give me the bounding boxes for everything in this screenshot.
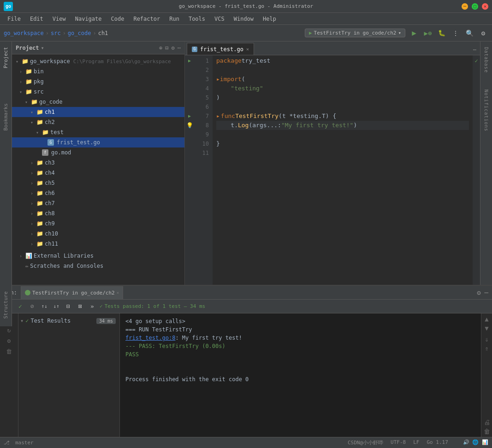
tree-ch11[interactable]: › 📁 ch11 [12, 239, 184, 249]
run-play-button[interactable]: ▶ [409, 28, 419, 38]
line-num-11: 11 [198, 148, 209, 158]
window-title: go_workspace - frist_test.go - Administr… [179, 3, 313, 9]
notifications-tab-vertical[interactable]: Notifications [482, 86, 491, 135]
tree-ch10[interactable]: › 📁 ch10 [12, 229, 184, 239]
tree-ch3[interactable]: › 📁 ch3 [12, 158, 184, 168]
run-expand-btn[interactable]: ⊟ [64, 302, 73, 311]
tree-ch8[interactable]: › 📁 ch8 [12, 208, 184, 218]
menu-navigate[interactable]: Navigate [71, 15, 106, 23]
search-everywhere-button[interactable]: 🔍 [464, 28, 474, 38]
project-scope-icon[interactable]: ⊕ [159, 45, 162, 51]
menu-view[interactable]: View [49, 15, 70, 23]
tree-go-mod[interactable]: f go.mod [12, 147, 184, 158]
run-sort-asc-btn[interactable]: ↑↓ [40, 302, 49, 311]
delete-icon[interactable]: 🗑 [484, 428, 490, 435]
tree-ch1[interactable]: ▾ 📁 ch1 [12, 107, 184, 117]
scroll-down-icon[interactable]: ▼ [485, 324, 488, 332]
run-sort-desc-btn[interactable]: ↓↑ [52, 302, 61, 311]
log-string: "My first try test!" [281, 121, 354, 130]
panel-close-icon[interactable]: ─ [485, 289, 488, 296]
file-link[interactable]: frist_test.go:8 [125, 335, 175, 341]
settings-button[interactable]: ⚙ [478, 28, 488, 38]
menu-vcs[interactable]: VCS [211, 15, 228, 23]
left-sidebar-tabs: Project Bookmarks Structure [0, 41, 12, 326]
external-libraries-label: External Libraries [34, 253, 94, 259]
menu-file[interactable]: File [4, 15, 24, 23]
project-more-icon[interactable]: ⋯ [178, 45, 181, 51]
tree-ch9[interactable]: › 📁 ch9 [12, 218, 184, 229]
breadcrumb-workspace[interactable]: go_workspace [4, 30, 44, 36]
bookmarks-tab-vertical[interactable]: Bookmarks [1, 100, 11, 135]
tab-close-icon[interactable]: ✕ [246, 47, 249, 52]
menu-code[interactable]: Code [107, 15, 128, 23]
menu-refactor[interactable]: Refactor [130, 15, 164, 23]
project-collapse-all-icon[interactable]: ⊟ [165, 45, 168, 51]
test-sidebar-btn4[interactable]: 🗑 [6, 348, 12, 355]
run-collapse-btn[interactable]: ⊠ [76, 302, 85, 311]
editor-more-button[interactable]: ⋯ [471, 45, 478, 55]
menu-run[interactable]: Run [166, 15, 183, 23]
scroll-end-icon[interactable]: ⇓ [485, 336, 488, 343]
close-button[interactable]: ✕ [482, 3, 488, 10]
log-open: ( [249, 121, 252, 130]
panel-settings-icon[interactable]: ⚙ [477, 289, 480, 296]
tree-test[interactable]: ▾ 📁 test [12, 127, 184, 137]
test-result-root[interactable]: ▾ ✓ Test Results 34 ms [18, 315, 119, 326]
run-tab[interactable]: TestFirstTry in go_code/ch2 ✕ [21, 286, 123, 299]
test-sidebar-btn3[interactable]: ⚙ [7, 337, 11, 344]
folder-icon: 📁 [25, 68, 32, 75]
tree-scratches-consoles[interactable]: ✏ Scratches and Consoles [12, 261, 184, 271]
tree-go-code[interactable]: ▾ 📁 go_code [12, 97, 184, 107]
code-content[interactable]: package try_test ▸ import ( "testing" ) [213, 55, 473, 316]
line-num-1: 1 [198, 56, 209, 65]
tree-external-libraries[interactable]: › 📊 External Libraries [12, 251, 184, 261]
tree-ch7[interactable]: › 📁 ch7 [12, 198, 184, 208]
run-config-selector[interactable]: ▶ TestFirstTry in go_code/ch2 ▾ [305, 29, 405, 37]
folder-icon: 📁 [36, 180, 43, 186]
project-tab-vertical[interactable]: Project [1, 43, 11, 72]
menu-edit[interactable]: Edit [26, 15, 47, 23]
window-controls[interactable]: ─ □ ✕ [462, 3, 488, 10]
database-tab-vertical[interactable]: Database [482, 43, 491, 77]
tree-ch5[interactable]: › 📁 ch5 [12, 178, 184, 188]
structure-tab-vertical[interactable]: Structure [1, 288, 11, 323]
breadcrumb-ch1[interactable]: ch1 [98, 30, 108, 36]
menu-window[interactable]: Window [230, 15, 257, 23]
tree-frist-test-go[interactable]: G frist_test.go [12, 137, 184, 147]
run-tab-close-icon[interactable]: ✕ [117, 290, 119, 295]
test-sidebar-btn2[interactable]: ↻ [7, 327, 11, 334]
project-gear-icon[interactable]: ⚙ [172, 45, 175, 51]
maximize-button[interactable]: □ [472, 3, 478, 10]
tree-src[interactable]: ▾ 📁 src [12, 87, 184, 97]
folder-icon: 📁 [36, 241, 43, 247]
minimize-button[interactable]: ─ [462, 3, 468, 10]
scratches-label: Scratches and Consoles [30, 263, 103, 269]
debug-button[interactable]: 🐛 [437, 28, 447, 38]
tree-bin[interactable]: › 📁 bin [12, 66, 184, 77]
more-run-options[interactable]: ⋮ [451, 28, 461, 38]
breadcrumb-go-code[interactable]: go_code [68, 30, 91, 36]
output-file-link[interactable]: frist_test.go:8: My first try test! [125, 334, 475, 342]
scroll-up-icon[interactable]: ▲ [485, 315, 488, 323]
run-coverage-button[interactable]: ▶⊕ [423, 28, 433, 38]
tree-ch4[interactable]: › 📁 ch4 [12, 168, 184, 178]
run-more-btn[interactable]: » [88, 302, 97, 311]
run-toolbar: ▶ ✓ ⊘ ↑↓ ↓↑ ⊟ ⊠ » ✓ Tests passed: 1 of 1… [0, 300, 492, 313]
code-line-7: ▸ func TestFirstTry(t *testing.T) { [216, 112, 469, 121]
code-editor[interactable]: ▶ ▶ 💡 1 2 3 4 5 6 7 [185, 55, 480, 316]
menu-help[interactable]: Help [259, 15, 280, 23]
run-check-btn[interactable]: ✓ [16, 302, 25, 311]
tree-ch2[interactable]: ▾ 📁 ch2 [12, 117, 184, 127]
run-stop-btn[interactable]: ⊘ [28, 302, 37, 311]
tree-ch6[interactable]: › 📁 ch6 [12, 188, 184, 198]
breadcrumb-src[interactable]: src [51, 30, 61, 36]
bulb-icon[interactable]: 💡 [186, 121, 193, 130]
tree-root[interactable]: ▾ 📁 go_workspace C:\Program Files\Go\go_… [12, 56, 184, 66]
code-line-2 [216, 65, 469, 75]
output-run: === RUN TestFirstTry [125, 325, 475, 334]
scroll-start-icon[interactable]: ⇑ [485, 345, 488, 352]
tab-frist-test-go[interactable]: G frist_test.go ✕ [187, 43, 254, 55]
tree-pkg[interactable]: › 📁 pkg [12, 77, 184, 87]
print-icon[interactable]: 🖨 [484, 419, 490, 426]
menu-tools[interactable]: Tools [185, 15, 209, 23]
